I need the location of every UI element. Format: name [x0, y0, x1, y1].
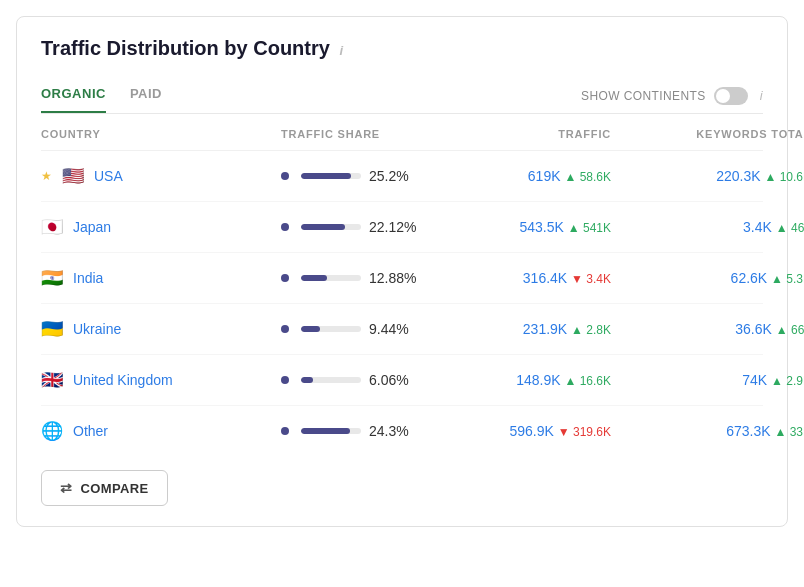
flag-icon: 🇮🇳 — [41, 267, 63, 289]
keywords-delta: ▲ 2.9K — [771, 374, 804, 388]
tab-organic[interactable]: ORGANIC — [41, 78, 106, 113]
header-traffic-share: TRAFFIC SHARE — [281, 128, 451, 140]
rank-indicator: ★ — [41, 169, 52, 183]
traffic-share-cell: 9.44% — [281, 321, 451, 337]
traffic-distribution-card: Traffic Distribution by Country i ORGANI… — [16, 16, 788, 527]
keywords-delta: ▲ 668 — [776, 323, 804, 337]
traffic-bar-fill — [301, 428, 350, 434]
traffic-bar-bg — [301, 326, 361, 332]
keywords-main-value: 220.3K — [716, 168, 760, 184]
traffic-cell: 543.5K ▲ 541K — [451, 219, 611, 235]
traffic-share-value: 12.88% — [369, 270, 416, 286]
traffic-share-cell: 6.06% — [281, 372, 451, 388]
country-name[interactable]: USA — [94, 168, 123, 184]
traffic-cell: 316.4K ▼ 3.4K — [451, 270, 611, 286]
country-name[interactable]: Other — [73, 423, 108, 439]
traffic-share-cell: 12.88% — [281, 270, 451, 286]
keywords-main-value: 36.6K — [735, 321, 772, 337]
traffic-share-cell: 24.3% — [281, 423, 451, 439]
keywords-delta: ▲ 33K — [774, 425, 804, 439]
country-name[interactable]: Ukraine — [73, 321, 121, 337]
tab-paid[interactable]: PAID — [130, 78, 162, 113]
table-row: 🌐 Other 24.3% 596.9K ▼ 319.6K 673.3K ▲ 3… — [41, 406, 763, 456]
tab-list: ORGANIC PAID — [41, 78, 162, 113]
traffic-bar-fill — [301, 173, 351, 179]
traffic-delta: ▲ 541K — [568, 221, 611, 235]
traffic-bar-bg — [301, 224, 361, 230]
traffic-share-value: 24.3% — [369, 423, 409, 439]
keywords-cell: 62.6K ▲ 5.3K — [611, 270, 804, 286]
keywords-cell: 36.6K ▲ 668 — [611, 321, 804, 337]
traffic-main-value: 148.9K — [516, 372, 560, 388]
keywords-delta: ▲ 10.6K — [764, 170, 804, 184]
header-traffic: TRAFFIC — [451, 128, 611, 140]
flag-icon: 🇺🇸 — [62, 165, 84, 187]
country-name[interactable]: United Kingdom — [73, 372, 173, 388]
country-cell: 🇺🇦 Ukraine — [41, 318, 281, 340]
header-keywords-total: KEYWORDS TOTAL — [611, 128, 804, 140]
traffic-delta: ▲ 16.6K — [564, 374, 611, 388]
title-text: Traffic Distribution by Country — [41, 37, 330, 59]
keywords-main-value: 74K — [742, 372, 767, 388]
country-name[interactable]: Japan — [73, 219, 111, 235]
bar-dot — [281, 325, 289, 333]
continents-info-icon[interactable]: i — [760, 88, 763, 103]
traffic-delta: ▼ 319.6K — [558, 425, 611, 439]
bar-dot — [281, 376, 289, 384]
traffic-main-value: 316.4K — [523, 270, 567, 286]
traffic-share-value: 22.12% — [369, 219, 416, 235]
keywords-main-value: 62.6K — [731, 270, 768, 286]
traffic-bar-fill — [301, 275, 327, 281]
traffic-delta: ▲ 2.8K — [571, 323, 611, 337]
traffic-bar-bg — [301, 275, 361, 281]
traffic-cell: 231.9K ▲ 2.8K — [451, 321, 611, 337]
traffic-share-value: 25.2% — [369, 168, 409, 184]
traffic-bar-bg — [301, 173, 361, 179]
title-info-icon[interactable]: i — [339, 43, 343, 58]
traffic-bar-fill — [301, 326, 320, 332]
traffic-bar-fill — [301, 224, 345, 230]
flag-icon: 🇯🇵 — [41, 216, 63, 238]
table-row: 🇯🇵 Japan 22.12% 543.5K ▲ 541K 3.4K ▲ 468 — [41, 202, 763, 253]
country-cell: ★ 🇺🇸 USA — [41, 165, 281, 187]
table-header: COUNTRY TRAFFIC SHARE TRAFFIC KEYWORDS T… — [41, 114, 763, 151]
traffic-cell: 596.9K ▼ 319.6K — [451, 423, 611, 439]
traffic-main-value: 231.9K — [523, 321, 567, 337]
keywords-main-value: 673.3K — [726, 423, 770, 439]
card-title: Traffic Distribution by Country i — [41, 37, 763, 60]
flag-icon: 🇬🇧 — [41, 369, 63, 391]
flag-icon: 🇺🇦 — [41, 318, 63, 340]
bar-dot — [281, 172, 289, 180]
continents-toggle[interactable] — [714, 87, 748, 105]
traffic-main-value: 596.9K — [509, 423, 553, 439]
keywords-main-value: 3.4K — [743, 219, 772, 235]
keywords-delta: ▲ 468 — [776, 221, 804, 235]
traffic-share-cell: 25.2% — [281, 168, 451, 184]
country-name[interactable]: India — [73, 270, 103, 286]
traffic-cell: 619K ▲ 58.6K — [451, 168, 611, 184]
traffic-bar-bg — [301, 377, 361, 383]
bar-dot — [281, 427, 289, 435]
table-row: ★ 🇺🇸 USA 25.2% 619K ▲ 58.6K 220.3K ▲ 10.… — [41, 151, 763, 202]
compare-button[interactable]: ⇄ COMPARE — [41, 470, 168, 506]
traffic-bar-bg — [301, 428, 361, 434]
keywords-cell: 673.3K ▲ 33K — [611, 423, 804, 439]
traffic-share-cell: 22.12% — [281, 219, 451, 235]
keywords-cell: 220.3K ▲ 10.6K — [611, 168, 804, 184]
compare-button-label: COMPARE — [80, 481, 148, 496]
traffic-delta: ▲ 58.6K — [564, 170, 611, 184]
traffic-bar-fill — [301, 377, 313, 383]
table-body: ★ 🇺🇸 USA 25.2% 619K ▲ 58.6K 220.3K ▲ 10.… — [41, 151, 763, 456]
traffic-share-value: 6.06% — [369, 372, 409, 388]
flag-icon: 🌐 — [41, 420, 63, 442]
traffic-main-value: 619K — [528, 168, 561, 184]
keywords-delta: ▲ 5.3K — [771, 272, 804, 286]
country-cell: 🇬🇧 United Kingdom — [41, 369, 281, 391]
show-continents-toggle-row: SHOW CONTINENTS i — [581, 87, 763, 105]
tabs-row: ORGANIC PAID SHOW CONTINENTS i — [41, 78, 763, 114]
header-country: COUNTRY — [41, 128, 281, 140]
show-continents-label: SHOW CONTINENTS — [581, 89, 706, 103]
table-row: 🇬🇧 United Kingdom 6.06% 148.9K ▲ 16.6K 7… — [41, 355, 763, 406]
country-cell: 🇮🇳 India — [41, 267, 281, 289]
traffic-delta: ▼ 3.4K — [571, 272, 611, 286]
